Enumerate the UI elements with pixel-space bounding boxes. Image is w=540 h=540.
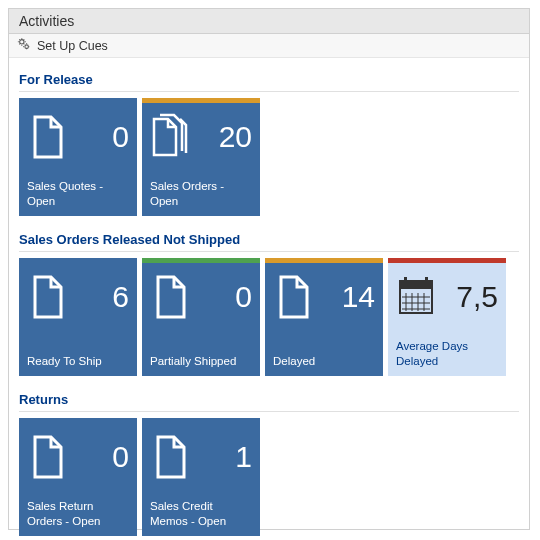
cue-sales-credit-memos-open[interactable]: 1 Sales Credit Memos - Open [142,418,260,536]
cue-label: Delayed [273,354,375,368]
cue-value: 0 [112,442,129,472]
cue-label: Sales Credit Memos - Open [150,499,252,528]
document-icon [150,433,190,481]
cue-partially-shipped[interactable]: 0 Partially Shipped [142,258,260,376]
cue-label: Sales Return Orders - Open [27,499,129,528]
tiles-returns: 0 Sales Return Orders - Open 1 Sales Cre… [19,418,519,536]
svg-rect-11 [404,277,407,283]
toolbar: Set Up Cues [9,34,529,58]
cue-sales-orders-open[interactable]: 20 Sales Orders - Open [142,98,260,216]
content-area: For Release 0 Sales Quotes - Open [9,58,529,540]
document-icon [27,433,67,481]
cue-label: Sales Orders - Open [150,179,252,208]
cue-sales-quotes-open[interactable]: 0 Sales Quotes - Open [19,98,137,216]
document-icon [273,273,313,321]
section-title-returns: Returns [19,386,519,412]
document-icon [27,113,67,161]
svg-rect-12 [425,277,428,283]
cue-sales-return-orders-open[interactable]: 0 Sales Return Orders - Open [19,418,137,536]
cue-label: Ready To Ship [27,354,129,368]
cue-value: 0 [235,282,252,312]
activities-panel: Activities Set Up Cues For Release [8,8,530,530]
cue-value: 14 [342,282,375,312]
calendar-icon [396,273,436,321]
cue-label: Sales Quotes - Open [27,179,129,208]
document-icon [27,273,67,321]
svg-point-1 [25,45,29,49]
cue-value: 6 [112,282,129,312]
cue-label: Average Days Delayed [396,339,498,368]
documents-stack-icon [150,113,190,161]
cue-value: 0 [112,122,129,152]
cue-label: Partially Shipped [150,354,252,368]
section-title-released-not-shipped: Sales Orders Released Not Shipped [19,226,519,252]
cue-delayed[interactable]: 14 Delayed [265,258,383,376]
document-icon [150,273,190,321]
panel-title: Activities [9,9,529,34]
cue-value: 7,5 [456,282,498,312]
svg-point-0 [20,40,24,44]
tiles-for-release: 0 Sales Quotes - Open 20 Sales Orders - [19,98,519,216]
tiles-released-not-shipped: 6 Ready To Ship 0 Partially Shipped [19,258,519,376]
cue-average-days-delayed[interactable]: 7,5 Average Days Delayed [388,258,506,376]
cue-value: 20 [219,122,252,152]
cue-value: 1 [235,442,252,472]
cue-ready-to-ship[interactable]: 6 Ready To Ship [19,258,137,376]
section-title-for-release: For Release [19,66,519,92]
gear-icon [17,37,31,54]
setup-cues-button[interactable]: Set Up Cues [37,39,108,53]
